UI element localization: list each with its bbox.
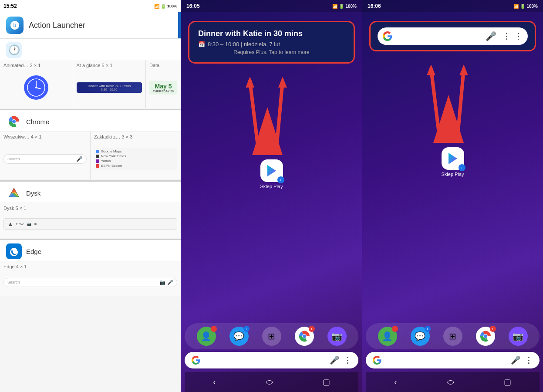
drive-app-header: Dysk bbox=[0, 182, 181, 203]
svg-point-21 bbox=[303, 335, 306, 338]
edge-widget-preview: Search 📷 🎤 bbox=[3, 271, 177, 294]
notification-title: Dinner with Katie in 30 mins bbox=[198, 29, 345, 38]
dots-middle[interactable]: ⋮ bbox=[344, 355, 351, 365]
recents-button-right[interactable]: ▢ bbox=[497, 375, 518, 389]
chrome-dock-icon-right[interactable]: 1 bbox=[476, 327, 495, 346]
home-button-middle[interactable]: ⬭ bbox=[259, 375, 280, 389]
camera-dock-icon[interactable]: 📷 bbox=[327, 327, 347, 346]
dots-bottom-right[interactable]: ⋮ bbox=[525, 355, 533, 365]
middle-time: 16:05 bbox=[186, 3, 200, 9]
google-search-input-middle[interactable] bbox=[205, 356, 325, 365]
mic-icon-right[interactable]: 🎤 bbox=[486, 31, 496, 41]
data-widget-label: Data bbox=[149, 63, 177, 68]
right-google-search[interactable]: 🎤 ⋮ bbox=[366, 352, 540, 368]
at-a-glance-preview-card: Dinner with Katie in 30 mins 8:30 - 10:0… bbox=[77, 82, 142, 93]
arrow-area-right bbox=[369, 60, 536, 147]
status-icons-left: 📶 🔋 100% bbox=[154, 4, 177, 9]
chrome-dock-icon[interactable]: 1 bbox=[295, 327, 314, 346]
chrome-badge: 1 bbox=[309, 326, 315, 332]
clock-app-icon: 🕐 bbox=[6, 42, 22, 58]
chrome-search-label: Wyszukiw… 4 × 1 bbox=[3, 134, 87, 139]
mic-icon-middle[interactable]: 🎤 bbox=[330, 355, 339, 365]
chrome-app-header: Chrome bbox=[0, 110, 181, 132]
back-button-middle[interactable]: ‹ bbox=[206, 375, 223, 389]
animated-clock-widget[interactable]: Animated… 2 × 1 bbox=[0, 60, 73, 108]
svg-point-5 bbox=[35, 87, 37, 88]
animated-clock-label: Animated… 2 × 1 bbox=[3, 63, 69, 68]
contact-dock-icon-right[interactable]: 👤 bbox=[378, 327, 397, 346]
home-button-right[interactable]: ⬭ bbox=[440, 375, 461, 389]
contact-dock-icon[interactable]: 👤 bbox=[197, 327, 216, 346]
clock-icon bbox=[24, 75, 48, 100]
sklep-play-label: Sklep Play bbox=[260, 184, 283, 189]
more-icon-right[interactable]: ⋮ bbox=[515, 31, 523, 41]
svg-marker-18 bbox=[278, 77, 287, 88]
bookmark-dot bbox=[96, 155, 99, 158]
time-range: 8:30 – 10:00 | niedziela, 7 lut bbox=[208, 41, 280, 47]
left-panel: 15:52 📶 🔋 100% Action Launcher 🕐 bbox=[0, 0, 181, 392]
right-phone-screen: 16:06 📶 🔋 100% 🎤 ⋮ ⋮ bbox=[362, 0, 543, 392]
clock-app-header: 🕐 bbox=[0, 39, 181, 60]
drive-widget-grid: Dysk 5 × 1 ▲ Drive 📷 ⊕ bbox=[0, 203, 181, 238]
apps-dock-icon[interactable]: ⊞ bbox=[262, 327, 281, 346]
clock-section: 🕐 Animated… 2 × 1 bbox=[0, 39, 181, 108]
contact-badge-right bbox=[392, 326, 398, 332]
bookmark-item: Yahoo bbox=[96, 159, 175, 163]
chrome-bookmarks-widget[interactable]: Zakładki z… 3 × 3 Google Maps New York T… bbox=[91, 132, 181, 179]
recents-button-middle[interactable]: ▢ bbox=[316, 375, 337, 389]
svg-marker-24 bbox=[427, 64, 435, 75]
svg-line-15 bbox=[250, 81, 259, 153]
google-search-input-bottom-right[interactable] bbox=[386, 356, 506, 365]
google-search-bar-highlighted[interactable]: 🎤 ⋮ ⋮ bbox=[378, 27, 528, 45]
svg-line-23 bbox=[431, 69, 440, 141]
at-a-glance-widget[interactable]: At a glance 5 × 1 Dinner with Katie in 3… bbox=[73, 60, 146, 108]
notification-card[interactable]: Dinner with Katie in 30 mins 📅 8:30 – 10… bbox=[188, 21, 355, 64]
notification-sub: Requires Plus. Tap to learn more bbox=[198, 49, 345, 55]
messages-dock-icon[interactable]: 💬 i bbox=[229, 327, 249, 346]
dots-right[interactable]: ⋮ bbox=[503, 31, 510, 41]
svg-line-17 bbox=[276, 81, 283, 153]
svg-point-29 bbox=[484, 335, 487, 338]
data-widget[interactable]: Data May 5 THURSDAY 20 bbox=[146, 60, 181, 108]
messages-badge: i bbox=[243, 326, 250, 332]
chrome-app-name: Chrome bbox=[26, 118, 49, 125]
chrome-search-preview: Search 🎤 bbox=[3, 141, 87, 177]
google-search-highlighted-card[interactable]: 🎤 ⋮ ⋮ bbox=[369, 21, 536, 51]
data-widget-preview: May 5 THURSDAY 20 bbox=[149, 70, 177, 105]
edge-widget[interactable]: Edge 4 × 1 Search 📷 🎤 bbox=[0, 261, 181, 296]
back-button-right[interactable]: ‹ bbox=[388, 375, 404, 389]
mic-icon-bottom-right[interactable]: 🎤 bbox=[511, 355, 520, 365]
middle-battery: 100% bbox=[345, 4, 357, 9]
svg-line-25 bbox=[457, 69, 464, 141]
chrome-search-widget[interactable]: Wyszukiw… 4 × 1 Search 🎤 bbox=[0, 132, 90, 179]
app-header-title: Action Launcher bbox=[29, 21, 85, 30]
bookmark-dot bbox=[96, 159, 99, 163]
chrome-bookmarks-preview: Google Maps New York Times Yahoo ES bbox=[94, 141, 177, 177]
svg-marker-12 bbox=[11, 188, 17, 193]
google-search-input-right[interactable] bbox=[396, 32, 482, 41]
google-logo-bottom-right bbox=[373, 356, 381, 365]
apps-dock-icon-right[interactable]: ⊞ bbox=[443, 327, 462, 346]
sklep-play-icon[interactable]: i bbox=[260, 159, 283, 182]
time-left: 15:52 bbox=[3, 3, 17, 9]
messages-dock-icon-right[interactable]: 💬 i bbox=[411, 327, 430, 346]
edge-widget-label: Edge 4 × 1 bbox=[3, 264, 177, 269]
chrome-widget-grid: Wyszukiw… 4 × 1 Search 🎤 Zakładki z… 3 ×… bbox=[0, 132, 181, 179]
drive-widget[interactable]: Dysk 5 × 1 ▲ Drive 📷 ⊕ bbox=[0, 203, 181, 238]
edge-app-name: Edge bbox=[26, 248, 41, 255]
middle-phone-content: Dinner with Katie in 30 mins 📅 8:30 – 10… bbox=[181, 12, 362, 323]
red-arrow-right bbox=[427, 60, 479, 147]
google-logo-middle bbox=[192, 356, 200, 365]
right-nav-bar: ‹ ⬭ ▢ bbox=[366, 372, 540, 392]
right-status-icons: 📶 🔋 100% bbox=[513, 4, 538, 9]
animated-clock-preview bbox=[3, 70, 69, 105]
middle-dock: 👤 💬 i ⊞ 1 bbox=[185, 323, 358, 349]
right-bottom-area: 👤 💬 i ⊞ 1 bbox=[362, 323, 543, 392]
camera-dock-icon-right[interactable]: 📷 bbox=[509, 327, 528, 346]
right-phone-content: 🎤 ⋮ ⋮ bbox=[362, 12, 543, 323]
sklep-play-icon-right[interactable]: i bbox=[442, 147, 464, 170]
middle-google-search[interactable]: 🎤 ⋮ bbox=[185, 352, 358, 368]
middle-status-icons: 📶 🔋 100% bbox=[332, 4, 357, 9]
drive-app-icon bbox=[6, 185, 22, 201]
contact-badge bbox=[211, 326, 217, 332]
